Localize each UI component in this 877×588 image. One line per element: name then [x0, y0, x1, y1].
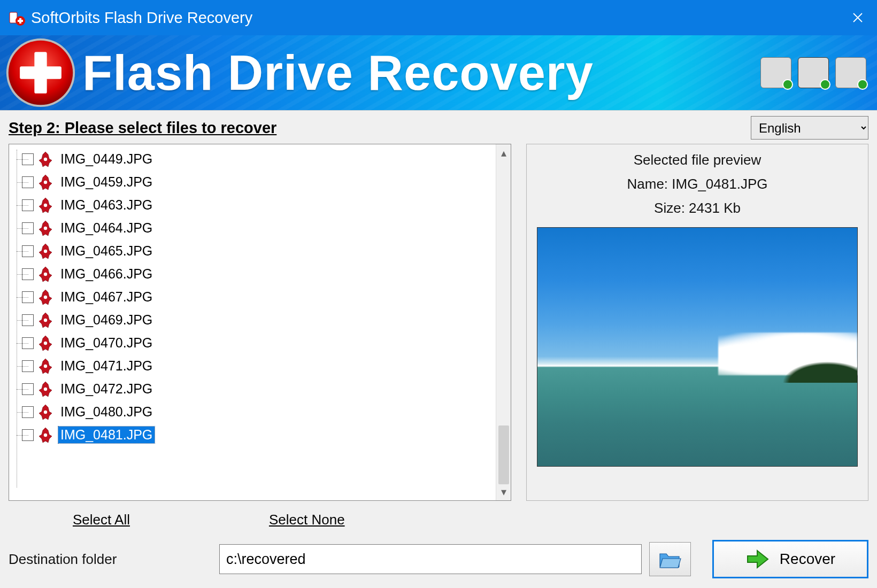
file-name: IMG_0481.JPG — [58, 427, 155, 443]
file-name: IMG_0449.JPG — [58, 151, 155, 167]
file-checkbox[interactable] — [22, 153, 34, 165]
file-type-icon — [37, 381, 54, 398]
file-name: IMG_0469.JPG — [58, 312, 155, 328]
file-row[interactable]: IMG_0464.JPG — [22, 216, 494, 239]
file-name: IMG_0467.JPG — [58, 289, 155, 305]
svg-point-17 — [44, 364, 47, 367]
svg-point-13 — [44, 272, 47, 275]
file-name: IMG_0463.JPG — [58, 197, 155, 213]
folder-open-icon — [658, 550, 682, 569]
recover-button-label: Recover — [780, 551, 835, 568]
destination-input[interactable] — [219, 544, 642, 574]
file-name: IMG_0472.JPG — [58, 381, 155, 397]
browse-folder-button[interactable] — [649, 542, 691, 576]
close-button[interactable] — [847, 7, 868, 28]
file-type-icon — [37, 358, 54, 375]
app-icon — [9, 9, 26, 26]
file-checkbox[interactable] — [22, 222, 34, 234]
svg-point-12 — [44, 249, 47, 252]
file-checkbox[interactable] — [22, 245, 34, 257]
tree-scrollbar[interactable]: ▴ ▾ — [496, 144, 511, 500]
select-none-link[interactable]: Select None — [269, 512, 345, 528]
svg-point-20 — [44, 433, 47, 436]
file-name: IMG_0464.JPG — [58, 220, 155, 236]
preview-image — [537, 227, 858, 467]
svg-point-15 — [44, 318, 47, 321]
file-checkbox[interactable] — [22, 268, 34, 280]
file-name: IMG_0465.JPG — [58, 243, 155, 259]
file-row[interactable]: IMG_0472.JPG — [22, 377, 494, 400]
select-all-link[interactable]: Select All — [73, 512, 130, 528]
file-type-icon — [37, 220, 54, 237]
language-select[interactable]: English — [751, 116, 868, 140]
svg-point-14 — [44, 295, 47, 298]
file-checkbox[interactable] — [22, 383, 34, 395]
file-checkbox[interactable] — [22, 406, 34, 418]
file-type-icon — [37, 151, 54, 168]
file-row[interactable]: IMG_0449.JPG — [22, 148, 494, 171]
file-row[interactable]: IMG_0469.JPG — [22, 308, 494, 331]
file-type-icon — [37, 335, 54, 352]
file-checkbox[interactable] — [22, 176, 34, 188]
scroll-up-icon[interactable]: ▴ — [501, 148, 506, 158]
file-name: IMG_0459.JPG — [58, 174, 155, 190]
file-type-icon — [37, 174, 54, 191]
usb-drive-icon — [760, 57, 791, 88]
file-name: IMG_0480.JPG — [58, 404, 155, 420]
file-checkbox[interactable] — [22, 360, 34, 372]
file-row[interactable]: IMG_0465.JPG — [22, 239, 494, 262]
device-icons — [760, 57, 877, 88]
step-heading: Step 2: Please select files to recover — [9, 119, 276, 137]
file-row[interactable]: IMG_0470.JPG — [22, 331, 494, 354]
svg-point-8 — [44, 157, 47, 160]
preview-panel: Selected file preview Name: IMG_0481.JPG… — [526, 144, 868, 501]
svg-rect-7 — [20, 66, 61, 79]
destination-label: Destination folder — [9, 551, 212, 568]
svg-rect-3 — [18, 20, 23, 22]
svg-point-10 — [44, 203, 47, 206]
file-type-icon — [37, 266, 54, 283]
preview-heading: Selected file preview — [634, 152, 761, 168]
sd-card-icon — [798, 57, 829, 88]
scroll-down-icon[interactable]: ▾ — [501, 486, 506, 497]
file-row[interactable]: IMG_0481.JPG — [22, 423, 494, 446]
file-row[interactable]: IMG_0467.JPG — [22, 285, 494, 308]
file-type-icon — [37, 312, 54, 329]
recover-button[interactable]: Recover — [712, 540, 868, 578]
file-type-icon — [37, 243, 54, 260]
file-checkbox[interactable] — [22, 291, 34, 303]
arrow-right-icon — [745, 548, 770, 570]
titlebar: SoftOrbits Flash Drive Recovery — [0, 0, 877, 35]
scroll-thumb[interactable] — [498, 425, 509, 484]
file-checkbox[interactable] — [22, 337, 34, 349]
file-type-icon — [37, 289, 54, 306]
file-row[interactable]: IMG_0459.JPG — [22, 171, 494, 194]
file-type-icon — [37, 197, 54, 214]
file-row[interactable]: IMG_0463.JPG — [22, 194, 494, 216]
file-name: IMG_0471.JPG — [58, 358, 155, 374]
camera-icon — [835, 57, 866, 88]
file-row[interactable]: IMG_0480.JPG — [22, 400, 494, 423]
window-title: SoftOrbits Flash Drive Recovery — [31, 9, 252, 27]
svg-point-18 — [44, 387, 47, 390]
file-tree[interactable]: IMG_0449.JPG IMG_0459.JPG IMG_0463.JPG I… — [9, 144, 511, 501]
app-banner: Flash Drive Recovery — [0, 35, 877, 110]
preview-name: Name: IMG_0481.JPG — [627, 176, 768, 192]
banner-title: Flash Drive Recovery — [82, 45, 594, 101]
file-name: IMG_0470.JPG — [58, 335, 155, 351]
svg-point-11 — [44, 226, 47, 229]
file-type-icon — [37, 427, 54, 444]
file-checkbox[interactable] — [22, 429, 34, 441]
file-checkbox[interactable] — [22, 199, 34, 211]
svg-point-19 — [44, 410, 47, 413]
file-name: IMG_0466.JPG — [58, 266, 155, 282]
file-row[interactable]: IMG_0466.JPG — [22, 262, 494, 285]
svg-point-9 — [44, 180, 47, 183]
banner-logo-icon — [4, 36, 77, 109]
svg-point-16 — [44, 341, 47, 344]
file-checkbox[interactable] — [22, 314, 34, 326]
preview-size: Size: 2431 Kb — [654, 200, 741, 216]
file-row[interactable]: IMG_0471.JPG — [22, 354, 494, 377]
file-type-icon — [37, 404, 54, 421]
